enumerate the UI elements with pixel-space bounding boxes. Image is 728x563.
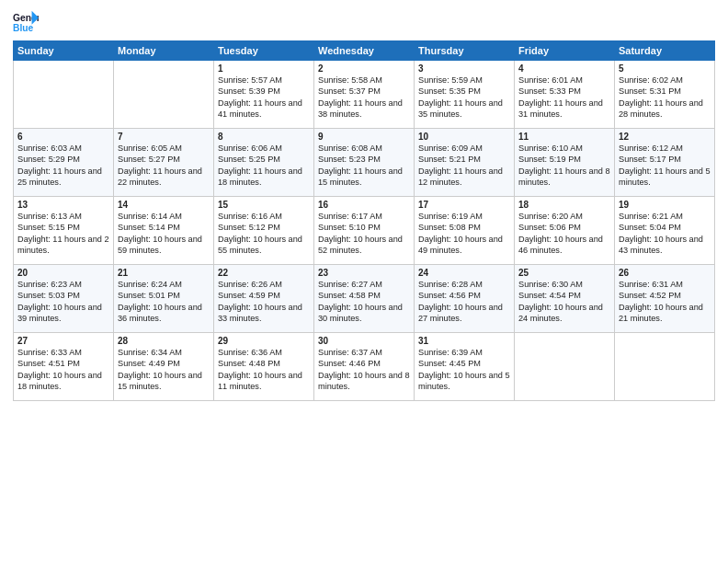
calendar-cell: 24Sunrise: 6:28 AM Sunset: 4:56 PM Dayli…	[415, 265, 515, 333]
calendar-cell: 22Sunrise: 6:26 AM Sunset: 4:59 PM Dayli…	[214, 265, 314, 333]
day-number: 22	[218, 268, 310, 278]
day-number: 10	[418, 132, 510, 142]
calendar-cell	[14, 61, 114, 129]
cell-content: Sunrise: 6:06 AM Sunset: 5:25 PM Dayligh…	[218, 143, 310, 189]
day-header-sunday: Sunday	[14, 41, 114, 61]
calendar-cell: 31Sunrise: 6:39 AM Sunset: 4:45 PM Dayli…	[415, 333, 515, 401]
day-number: 29	[218, 336, 310, 346]
calendar-cell	[615, 333, 715, 401]
cell-content: Sunrise: 6:26 AM Sunset: 4:59 PM Dayligh…	[218, 279, 310, 325]
calendar-cell: 16Sunrise: 6:17 AM Sunset: 5:10 PM Dayli…	[314, 197, 415, 265]
calendar-cell: 20Sunrise: 6:23 AM Sunset: 5:03 PM Dayli…	[14, 265, 114, 333]
logo-icon: General Blue	[13, 9, 39, 35]
calendar-cell: 25Sunrise: 6:30 AM Sunset: 4:54 PM Dayli…	[515, 265, 615, 333]
calendar-cell: 21Sunrise: 6:24 AM Sunset: 5:01 PM Dayli…	[114, 265, 214, 333]
calendar-cell: 1Sunrise: 5:57 AM Sunset: 5:39 PM Daylig…	[214, 61, 314, 129]
calendar-cell: 29Sunrise: 6:36 AM Sunset: 4:48 PM Dayli…	[214, 333, 314, 401]
cell-content: Sunrise: 6:31 AM Sunset: 4:52 PM Dayligh…	[619, 279, 711, 325]
cell-content: Sunrise: 5:57 AM Sunset: 5:39 PM Dayligh…	[218, 75, 310, 121]
day-number: 27	[17, 336, 109, 346]
day-number: 7	[118, 132, 210, 142]
calendar-cell: 14Sunrise: 6:14 AM Sunset: 5:14 PM Dayli…	[114, 197, 214, 265]
svg-text:Blue: Blue	[13, 23, 34, 33]
day-number: 9	[318, 132, 410, 142]
day-number: 18	[518, 200, 610, 210]
cell-content: Sunrise: 5:58 AM Sunset: 5:37 PM Dayligh…	[318, 75, 410, 121]
cell-content: Sunrise: 6:02 AM Sunset: 5:31 PM Dayligh…	[619, 75, 711, 121]
cell-content: Sunrise: 6:01 AM Sunset: 5:33 PM Dayligh…	[518, 75, 610, 121]
day-number: 13	[17, 200, 109, 210]
calendar-cell: 12Sunrise: 6:12 AM Sunset: 5:17 PM Dayli…	[615, 129, 715, 197]
cell-content: Sunrise: 6:36 AM Sunset: 4:48 PM Dayligh…	[218, 347, 310, 393]
day-number: 31	[418, 336, 510, 346]
cell-content: Sunrise: 6:28 AM Sunset: 4:56 PM Dayligh…	[418, 279, 510, 325]
week-row-1: 1Sunrise: 5:57 AM Sunset: 5:39 PM Daylig…	[14, 61, 715, 129]
cell-content: Sunrise: 6:17 AM Sunset: 5:10 PM Dayligh…	[318, 211, 410, 257]
week-row-2: 6Sunrise: 6:03 AM Sunset: 5:29 PM Daylig…	[14, 129, 715, 197]
day-number: 15	[218, 200, 310, 210]
page-container: General Blue SundayMondayTuesdayWednesda…	[0, 0, 728, 407]
day-number: 30	[318, 336, 410, 346]
day-number: 16	[318, 200, 410, 210]
day-header-monday: Monday	[114, 41, 214, 61]
day-header-saturday: Saturday	[615, 41, 715, 61]
cell-content: Sunrise: 6:39 AM Sunset: 4:45 PM Dayligh…	[418, 347, 510, 393]
cell-content: Sunrise: 6:34 AM Sunset: 4:49 PM Dayligh…	[118, 347, 210, 393]
calendar-cell: 8Sunrise: 6:06 AM Sunset: 5:25 PM Daylig…	[214, 129, 314, 197]
day-number: 24	[418, 268, 510, 278]
logo: General Blue	[13, 9, 42, 35]
day-number: 5	[619, 63, 711, 74]
day-number: 19	[619, 200, 711, 210]
week-row-3: 13Sunrise: 6:13 AM Sunset: 5:15 PM Dayli…	[14, 197, 715, 265]
day-number: 25	[518, 268, 610, 278]
day-number: 17	[418, 200, 510, 210]
day-number: 11	[518, 132, 610, 142]
cell-content: Sunrise: 6:19 AM Sunset: 5:08 PM Dayligh…	[418, 211, 510, 257]
day-number: 3	[418, 63, 510, 74]
calendar-cell: 6Sunrise: 6:03 AM Sunset: 5:29 PM Daylig…	[14, 129, 114, 197]
calendar-table: SundayMondayTuesdayWednesdayThursdayFrid…	[13, 40, 715, 401]
day-header-wednesday: Wednesday	[314, 41, 415, 61]
calendar-cell: 9Sunrise: 6:08 AM Sunset: 5:23 PM Daylig…	[314, 129, 415, 197]
week-row-5: 27Sunrise: 6:33 AM Sunset: 4:51 PM Dayli…	[14, 333, 715, 401]
cell-content: Sunrise: 6:33 AM Sunset: 4:51 PM Dayligh…	[17, 347, 109, 393]
cell-content: Sunrise: 5:59 AM Sunset: 5:35 PM Dayligh…	[418, 75, 510, 121]
day-number: 14	[118, 200, 210, 210]
cell-content: Sunrise: 6:14 AM Sunset: 5:14 PM Dayligh…	[118, 211, 210, 257]
cell-content: Sunrise: 6:05 AM Sunset: 5:27 PM Dayligh…	[118, 143, 210, 189]
header: General Blue	[13, 9, 715, 35]
cell-content: Sunrise: 6:21 AM Sunset: 5:04 PM Dayligh…	[619, 211, 711, 257]
cell-content: Sunrise: 6:08 AM Sunset: 5:23 PM Dayligh…	[318, 143, 410, 189]
cell-content: Sunrise: 6:30 AM Sunset: 4:54 PM Dayligh…	[518, 279, 610, 325]
week-row-4: 20Sunrise: 6:23 AM Sunset: 5:03 PM Dayli…	[14, 265, 715, 333]
cell-content: Sunrise: 6:27 AM Sunset: 4:58 PM Dayligh…	[318, 279, 410, 325]
calendar-cell: 7Sunrise: 6:05 AM Sunset: 5:27 PM Daylig…	[114, 129, 214, 197]
calendar-cell: 10Sunrise: 6:09 AM Sunset: 5:21 PM Dayli…	[415, 129, 515, 197]
day-header-tuesday: Tuesday	[214, 41, 314, 61]
calendar-cell	[114, 61, 214, 129]
calendar-cell: 26Sunrise: 6:31 AM Sunset: 4:52 PM Dayli…	[615, 265, 715, 333]
cell-content: Sunrise: 6:09 AM Sunset: 5:21 PM Dayligh…	[418, 143, 510, 189]
calendar-cell: 2Sunrise: 5:58 AM Sunset: 5:37 PM Daylig…	[314, 61, 415, 129]
day-number: 6	[17, 132, 109, 142]
cell-content: Sunrise: 6:03 AM Sunset: 5:29 PM Dayligh…	[17, 143, 109, 189]
day-number: 26	[619, 268, 711, 278]
calendar-cell: 5Sunrise: 6:02 AM Sunset: 5:31 PM Daylig…	[615, 61, 715, 129]
cell-content: Sunrise: 6:24 AM Sunset: 5:01 PM Dayligh…	[118, 279, 210, 325]
day-number: 21	[118, 268, 210, 278]
calendar-cell: 3Sunrise: 5:59 AM Sunset: 5:35 PM Daylig…	[415, 61, 515, 129]
day-number: 12	[619, 132, 711, 142]
calendar-cell: 28Sunrise: 6:34 AM Sunset: 4:49 PM Dayli…	[114, 333, 214, 401]
calendar-cell: 30Sunrise: 6:37 AM Sunset: 4:46 PM Dayli…	[314, 333, 415, 401]
calendar-cell	[515, 333, 615, 401]
calendar-cell: 13Sunrise: 6:13 AM Sunset: 5:15 PM Dayli…	[14, 197, 114, 265]
day-header-friday: Friday	[515, 41, 615, 61]
cell-content: Sunrise: 6:16 AM Sunset: 5:12 PM Dayligh…	[218, 211, 310, 257]
day-number: 4	[518, 63, 610, 74]
calendar-cell: 18Sunrise: 6:20 AM Sunset: 5:06 PM Dayli…	[515, 197, 615, 265]
calendar-cell: 23Sunrise: 6:27 AM Sunset: 4:58 PM Dayli…	[314, 265, 415, 333]
calendar-cell: 4Sunrise: 6:01 AM Sunset: 5:33 PM Daylig…	[515, 61, 615, 129]
cell-content: Sunrise: 6:10 AM Sunset: 5:19 PM Dayligh…	[518, 143, 610, 189]
day-number: 8	[218, 132, 310, 142]
header-row: SundayMondayTuesdayWednesdayThursdayFrid…	[14, 41, 715, 61]
